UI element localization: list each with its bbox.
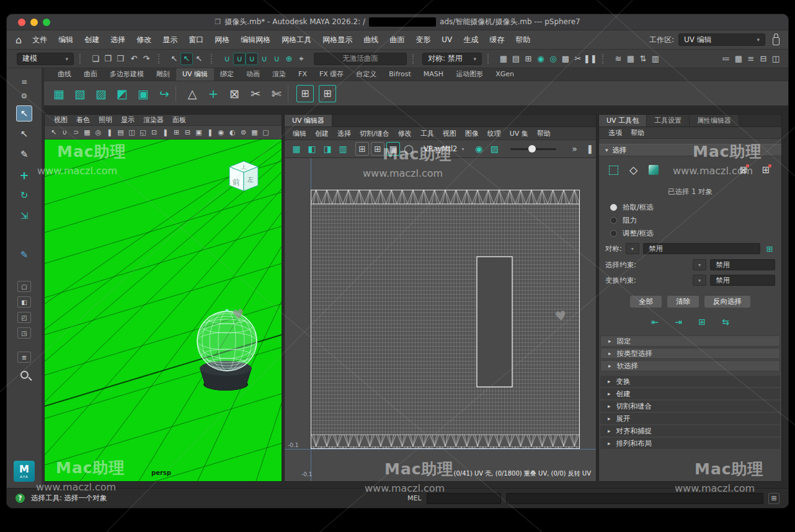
menu-item[interactable]: 缓存 [484,30,510,49]
menu-item[interactable]: 曲线 [358,30,384,49]
undo-redo-icon[interactable]: ↶ [128,53,140,65]
gear-icon[interactable]: ⚙ [18,91,30,101]
select-constraint-field[interactable]: 禁用 [710,259,775,270]
toolkit-section-header[interactable]: ▸ 创建 [600,388,780,399]
viewport-toolbar-icon[interactable]: ↖ [48,127,59,138]
symmetry-value-field[interactable]: 禁用 [643,243,760,254]
render-icon[interactable]: ▦ [497,53,510,65]
render-icon[interactable]: ◉ [535,53,547,65]
mel-input[interactable] [427,493,501,504]
shelf-tool-icon[interactable]: ⊞ [296,85,314,102]
viewport-toolbar-icon[interactable]: ⊃ [71,127,81,138]
shelf-tab[interactable]: 渲染 [266,68,292,81]
viewport-toolbar-icon[interactable]: ❚ [205,127,215,138]
shelf-tool-icon[interactable] [288,86,293,102]
snap-icon[interactable]: ∪ [258,53,270,65]
pinned-section-header[interactable]: ▸ 软选择 [600,360,780,371]
shelf-tab[interactable]: 自定义 [350,68,383,81]
shelf-tool-icon[interactable]: ▨ [91,84,111,104]
viewport-toolbar-icon[interactable]: ▢ [260,127,271,138]
shelf-tab[interactable]: FX [292,68,313,81]
align-icon[interactable]: ⇤ [649,316,661,328]
uv-grid-icon[interactable]: ⊞ [371,142,384,156]
uv-grid-icon[interactable]: ▦ [386,142,400,156]
uv-menu-item[interactable]: 切割/缝合 [355,129,394,138]
shelf-tab[interactable]: Bifrost [383,68,417,81]
shelf-tab[interactable]: 雕刻 [150,68,176,81]
mode-option[interactable]: 阻力 [610,216,781,225]
viewport-menu-item[interactable]: 面板 [168,115,190,125]
viewport-toolbar-icon[interactable]: ▦ [82,127,92,138]
transform-constraint-field[interactable]: 禁用 [710,275,775,286]
toolkit-menu-item[interactable]: 帮助 [626,128,649,138]
rotate-tool[interactable]: ↻ [16,187,32,203]
selection-button[interactable]: 反向选择 [704,296,750,308]
view-cube-gizmo[interactable]: 上 前 左 [223,157,263,197]
selection-mask-icon[interactable]: ↖ [180,53,193,65]
sidebar-toggle-icon[interactable]: ◫ [770,53,782,65]
sidebar-toggle-icon[interactable]: ≔ [720,53,732,65]
display-icon[interactable]: ≋ [612,53,624,65]
face-select-mode-icon[interactable]: ◇ [629,164,637,176]
uv-menu-item[interactable]: UV 集 [505,129,533,138]
menu-item[interactable]: 显示 [157,30,183,49]
shelf-tool-icon[interactable] [175,86,181,102]
uv-menu-item[interactable]: 修改 [394,129,416,138]
viewport-toolbar-icon[interactable]: ⊜ [238,127,249,138]
shelf-tool-icon[interactable]: ✄ [267,84,286,104]
uv-display-icon[interactable]: ◧ [305,142,319,156]
viewport-toolbar-icon[interactable]: ◎ [93,127,104,138]
selection-button[interactable]: 全部 [630,296,662,308]
render-icon[interactable]: ▩ [559,53,572,65]
selection-mask-icon[interactable]: ↖ [193,53,205,65]
menu-item[interactable]: 创建 [79,30,105,49]
mel-label[interactable]: MEL [407,494,422,502]
toolkit-menu-item[interactable]: 选项 [604,128,626,138]
select-tool[interactable]: ↖ [16,105,32,122]
menu-item[interactable]: 修改 [131,30,157,49]
shelf-tool-icon[interactable]: ▦ [49,84,69,104]
align-icon[interactable]: ⇥ [672,316,685,328]
move-tool[interactable]: + [16,167,32,183]
menu-item[interactable]: 生成 [458,30,484,49]
uv-texture-icon[interactable]: ▨ [487,142,501,156]
viewport-toolbar-icon[interactable]: ◉ [216,127,226,138]
snap-icon[interactable]: ⌖ [295,53,308,65]
align-icon[interactable]: ⊞ [696,316,708,328]
shelf-tool-icon[interactable]: △ [182,84,202,104]
shelf-tool-icon[interactable]: ✂ [246,84,265,104]
uv-display-icon[interactable]: ▥ [336,142,350,156]
viewport-toolbar-icon[interactable]: ▦ [249,127,260,138]
layout-four-pane-button[interactable]: ◳ [17,327,31,339]
selection-mask-icon[interactable]: ↖ [168,53,180,65]
active-surface-field[interactable]: 无激活曲面 [314,53,407,65]
menu-item[interactable]: 编辑网格 [235,30,276,49]
shelf-tool-icon[interactable]: + [203,84,223,104]
uv-menu-item[interactable]: 选择 [333,129,355,138]
uv-menu-item[interactable]: 视图 [438,129,461,138]
render-icon[interactable]: ❚❚ [584,53,597,65]
display-icon[interactable]: ⇅ [637,53,649,65]
snap-icon[interactable]: ∪ [246,53,258,65]
menu-set-selector[interactable]: 建模▾ [17,53,74,65]
viewport-canvas[interactable]: 上 前 左 [45,140,282,481]
symmetry-options-icon[interactable]: ⊞ [764,242,775,255]
uv-grid-icon[interactable]: ⊞ [355,142,369,156]
shell-select-mode-icon[interactable] [649,165,659,175]
snap-icon[interactable]: ∪ [221,53,233,65]
display-icon[interactable]: ▦ [624,53,637,65]
uv-texture-icon[interactable]: ◉ [472,142,486,156]
viewport-toolbar-icon[interactable]: ▤ [115,127,126,138]
viewport-toolbar-icon[interactable]: ⊞ [171,127,182,138]
render-icon[interactable]: ▤ [510,53,522,65]
transform-constraint-dropdown[interactable]: ▾ [693,275,706,286]
minimize-window-button[interactable] [30,19,38,26]
uv-menu-item[interactable]: 纹理 [483,129,505,138]
menu-item[interactable]: 帮助 [510,30,536,49]
shelf-tool-icon[interactable]: ▧ [70,84,90,104]
snap-icon[interactable]: ⊕ [283,53,295,65]
mode-option[interactable]: 调整/框选 [610,229,781,238]
magnifier-icon[interactable] [20,371,29,379]
dim-image-slider[interactable] [510,148,556,150]
shelf-menu-icon[interactable]: ≡ [18,77,30,87]
